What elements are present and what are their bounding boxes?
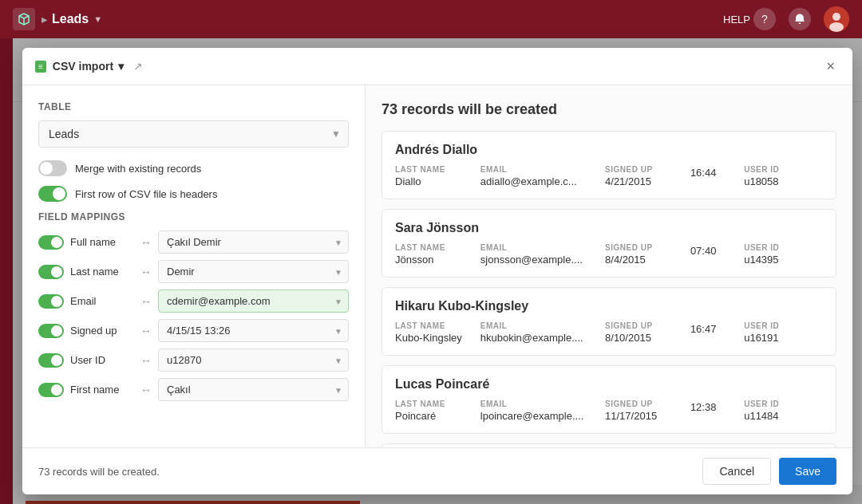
mapping-arrow-full-name: ↔ [140,236,152,249]
footer-status: 73 records will be created. [38,466,160,478]
table-section-label: Table [38,101,349,112]
mapping-select-wrapper-full-name: Çakıl Demir ▼ [158,230,349,254]
mapping-arrow-user-id: ↔ [140,354,152,367]
mapping-field-first-name: First name [70,384,134,396]
modal-body: Table Leads ▼ Merge with existing record… [22,85,852,447]
time-col-lucas: 12:38 [690,400,737,422]
last-name-header-hikaru: LAST NAME [395,321,474,330]
record-card-lucas-poincare: Lucas Poincaré LAST NAME Poincaré EMAIL … [382,365,836,434]
mapping-arrow-last-name: ↔ [140,266,152,278]
headers-toggle[interactable] [38,186,67,202]
record-fields-andres-diallo: LAST NAME Diallo EMAIL adiallo@example.c… [395,165,823,187]
user-id-col-sara: USER ID u14395 [744,243,823,266]
last-name-col-sara: LAST NAME Jönsson [395,243,474,266]
record-fields-sara-jonsson: LAST NAME Jönsson EMAIL sjonsson@example… [395,243,823,266]
mapping-arrow-first-name: ↔ [140,384,152,396]
record-fields-lucas-poincare: LAST NAME Poincaré EMAIL lpoincare@examp… [395,400,823,422]
mapping-row-first-name: First name ↔ Çakıl ▼ [38,378,349,401]
mapping-toggle-signed-up[interactable] [38,324,64,338]
time-value-lucas: 12:38 [690,401,737,413]
table-select-wrapper: Leads ▼ [38,120,349,148]
time-value-andres: 16:44 [690,167,737,179]
csv-import-modal: ≡ CSV import ▾ ↗ × Table L [22,48,852,494]
topnav-title: ▸ Leads ▼ [42,12,102,26]
mapping-arrow-email: ↔ [140,295,152,308]
record-name-sara-jonsson: Sara Jönsson [395,221,823,235]
user-id-col-hikaru: USER ID u16191 [744,321,823,344]
modal-footer: 73 records will be created. Cancel Save [22,447,852,494]
mapping-toggle-last-name[interactable] [38,265,64,279]
topnav-left: ▸ Leads ▼ [13,8,102,30]
signed-up-value-sara: 8/4/2015 [605,254,684,266]
records-count-header: 73 records will be created [382,101,836,118]
last-name-value-hikaru: Kubo-Kingsley [395,332,474,344]
modal-title-dropdown-icon[interactable]: ▾ [118,60,124,73]
email-header-lucas: EMAIL [480,400,599,408]
user-id-header-andres: USER ID [744,165,823,174]
mapping-arrow-signed-up: ↔ [140,325,152,337]
avatar[interactable] [824,6,849,32]
last-name-header-sara: LAST NAME [395,243,474,252]
user-id-value-hikaru: u16191 [744,332,823,344]
record-card-hikaru-kubo: Hikaru Kubo-Kingsley LAST NAME Kubo-King… [382,287,836,356]
modal-close-button[interactable]: × [821,57,840,75]
email-col-sara: EMAIL sjonsson@example.... [480,243,599,266]
csv-icon: ≡ [35,61,46,73]
mapping-toggle-email[interactable] [38,294,64,309]
mapping-select-signed-up[interactable]: 4/15/15 13:26 [158,319,349,342]
signed-up-value-hikaru: 8/10/2015 [605,332,684,344]
user-id-value-sara: u14395 [744,254,823,266]
cancel-button[interactable]: Cancel [702,458,771,485]
external-link-icon[interactable]: ↗ [133,60,143,73]
help-label: HELP [723,14,750,26]
signed-up-value-lucas: 11/17/2015 [605,410,684,422]
last-name-header-lucas: LAST NAME [395,400,474,408]
table-select[interactable]: Leads [38,120,349,148]
modal-overlay: ≡ CSV import ▾ ↗ × Table L [13,38,862,504]
mapping-toggle-first-name[interactable] [38,383,64,397]
topnav-dropdown-arrow[interactable]: ▼ [93,14,102,24]
mapping-select-last-name[interactable]: Demir [158,260,349,283]
time-col-andres: 16:44 [690,165,737,187]
modal-header: ≡ CSV import ▾ ↗ × [22,48,852,85]
mapping-select-user-id[interactable]: u12870 [158,348,349,372]
merge-toggle[interactable] [38,160,67,176]
time-value-hikaru: 16:47 [690,323,737,335]
email-header-sara: EMAIL [480,243,599,252]
merge-label: Merge with existing records [75,163,201,175]
time-col-sara: 07:40 [690,243,737,266]
mapping-select-email[interactable]: cdemir@example.com [158,289,349,313]
user-id-col-andres: USER ID u18058 [744,165,823,187]
signed-up-col-lucas: SIGNED UP 11/17/2015 [605,400,684,422]
record-fields-hikaru-kubo: LAST NAME Kubo-Kingsley EMAIL hkubokin@e… [395,321,823,344]
signed-up-header-sara: SIGNED UP [605,243,684,252]
mapping-toggle-user-id[interactable] [38,353,64,368]
mapping-row-last-name: Last name ↔ Demir ▼ [38,260,349,283]
last-name-value-lucas: Poincaré [395,410,474,422]
app-logo-icon [13,8,35,30]
mapping-field-last-name: Last name [70,266,134,278]
save-button[interactable]: Save [779,458,836,485]
email-col-andres: EMAIL adiallo@example.c... [480,165,599,187]
mapping-select-first-name[interactable]: Çakıl [158,378,349,401]
email-col-lucas: EMAIL lpoincare@example.... [480,400,599,422]
last-name-col-lucas: LAST NAME Poincaré [395,400,474,422]
signed-up-col-andres: SIGNED UP 4/21/2015 [605,165,684,187]
user-id-col-lucas: USER ID u11484 [744,400,823,422]
mapping-row-full-name: Full name ↔ Çakıl Demir ▼ [38,230,349,254]
notification-bell-icon[interactable] [789,8,811,30]
headers-toggle-row: First row of CSV file is headers [38,186,349,202]
help-icon[interactable]: ? [753,8,776,30]
mapping-select-full-name[interactable]: Çakıl Demir [158,230,349,254]
topnav-right: HELP ? [723,6,849,32]
main-content: Leads ≡ CSV import ▾ ↗ × [13,38,862,504]
mapping-field-user-id: User ID [70,354,134,366]
field-mappings-label: Field mappings [38,211,349,222]
mapping-toggle-full-name[interactable] [38,235,64,250]
mapping-field-email: Email [70,295,134,307]
help-button[interactable]: HELP ? [723,8,776,30]
email-value-hikaru: hkubokin@example.... [480,332,599,344]
mapping-field-signed-up: Signed up [70,325,134,337]
last-name-header-andres: LAST NAME [395,165,474,174]
field-mappings-section: Field mappings Full name ↔ Çakıl Demir ▼ [38,211,349,401]
